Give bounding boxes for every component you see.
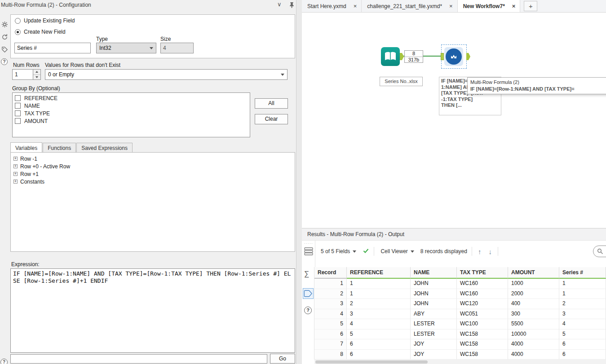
up-arrow-icon[interactable]: ↑: [477, 248, 483, 255]
input-tool-annotation[interactable]: Series No..xlsx: [380, 77, 423, 86]
scrollbar-thumb[interactable]: [315, 360, 428, 364]
expand-plus-icon[interactable]: +: [13, 164, 18, 168]
input-anchor[interactable]: [441, 53, 444, 60]
table-cell[interactable]: 1: [347, 279, 411, 289]
table-cell[interactable]: ABY: [411, 309, 457, 320]
table-cell[interactable]: 4000: [508, 350, 559, 360]
expand-plus-icon[interactable]: +: [13, 157, 18, 161]
checkbox-icon[interactable]: [15, 118, 21, 124]
workflow-tab[interactable]: New Workflow7*×: [458, 0, 521, 12]
table-cell[interactable]: 4000: [508, 339, 559, 350]
column-header[interactable]: Series #: [559, 267, 606, 279]
table-cell[interactable]: 5: [347, 329, 411, 340]
table-cell[interactable]: 2000: [508, 289, 559, 299]
type-dropdown[interactable]: Int32: [96, 43, 156, 53]
group-by-option[interactable]: NAME: [15, 102, 248, 110]
table-cell[interactable]: WC120: [457, 299, 508, 309]
expand-plus-icon[interactable]: +: [13, 172, 18, 176]
tab-variables[interactable]: Variables: [10, 142, 42, 153]
table-cell[interactable]: 2: [314, 289, 347, 299]
table-cell[interactable]: WC160: [457, 279, 508, 289]
tree-item[interactable]: +Row +0 - Active Row: [13, 162, 292, 170]
workflow-tab[interactable]: Start Here.yxmd×: [302, 0, 362, 12]
table-cell[interactable]: LESTER: [411, 319, 457, 329]
tree-item[interactable]: +Constants: [13, 178, 292, 185]
output-anchor[interactable]: [400, 53, 404, 60]
table-cell[interactable]: 7: [314, 339, 347, 350]
fields-dropdown[interactable]: 5 of 5 Fields: [319, 247, 358, 255]
search-box[interactable]: [593, 246, 606, 257]
workflow-tab[interactable]: challenge_221_start_file.yxmd*×: [362, 0, 457, 12]
refresh-icon[interactable]: [1, 33, 9, 41]
table-cell[interactable]: 6: [347, 339, 411, 350]
table-cell[interactable]: WC158: [457, 350, 508, 360]
sum-icon[interactable]: ∑: [304, 270, 309, 278]
column-header[interactable]: TAX TYPE: [457, 267, 508, 279]
new-workflow-tab-button[interactable]: +: [524, 1, 537, 11]
horizontal-scrollbar[interactable]: [314, 360, 606, 364]
table-cell[interactable]: 6: [347, 350, 411, 360]
input-data-tool[interactable]: [381, 47, 400, 66]
expand-plus-icon[interactable]: +: [13, 180, 18, 184]
table-cell[interactable]: 5: [559, 329, 606, 340]
group-by-list[interactable]: REFERENCENAMETAX TYPEAMOUNT: [12, 92, 250, 137]
create-new-field-radio[interactable]: Create New Field: [15, 29, 66, 35]
table-cell[interactable]: 6: [559, 339, 606, 350]
table-cell[interactable]: 300: [508, 309, 559, 320]
group-by-option[interactable]: REFERENCE: [15, 94, 248, 102]
expression-editor[interactable]: IF [NAME]=[Row-1:NAME] AND [TAX TYPE]=[R…: [10, 268, 295, 353]
close-tab-icon[interactable]: ×: [512, 3, 516, 9]
num-rows-stepper[interactable]: 1: [12, 69, 41, 80]
table-cell[interactable]: 1: [314, 279, 347, 289]
annotation-tag-icon[interactable]: [1, 46, 9, 53]
close-tab-icon[interactable]: ×: [449, 3, 453, 9]
go-button[interactable]: Go: [270, 354, 295, 364]
table-cell[interactable]: 3: [347, 309, 411, 320]
checkbox-icon[interactable]: [15, 103, 21, 109]
down-arrow-icon[interactable]: ↓: [487, 248, 493, 255]
table-cell[interactable]: 3: [559, 309, 606, 320]
checkbox-icon[interactable]: [15, 95, 21, 101]
tab-functions[interactable]: Functions: [43, 143, 76, 153]
table-cell[interactable]: 2: [559, 299, 606, 309]
table-cell[interactable]: 8: [314, 350, 347, 360]
column-header[interactable]: AMOUNT: [508, 267, 559, 279]
column-header[interactable]: NAME: [411, 267, 457, 279]
drag-grip-icon[interactable]: ·····: [303, 241, 314, 246]
table-cell[interactable]: WC160: [457, 289, 508, 299]
values-for-rows-dropdown[interactable]: 0 or Empty: [45, 69, 288, 80]
table-cell[interactable]: 6: [314, 329, 347, 340]
tree-item[interactable]: +Row -1: [13, 155, 292, 162]
new-field-name-input[interactable]: Series #: [14, 43, 91, 53]
settings-gear-icon[interactable]: [1, 21, 9, 28]
size-input[interactable]: 4: [160, 43, 194, 53]
table-cell[interactable]: WC100: [457, 319, 508, 329]
table-cell[interactable]: 4: [559, 319, 606, 329]
help-icon[interactable]: ?: [1, 58, 8, 65]
table-cell[interactable]: 4: [347, 319, 411, 329]
table-cell[interactable]: 1: [559, 289, 606, 299]
table-cell[interactable]: JOHN: [411, 299, 457, 309]
help-icon[interactable]: ?: [304, 307, 312, 314]
table-cell[interactable]: JOY: [411, 339, 457, 350]
data-view-icon[interactable]: [303, 288, 314, 299]
close-tab-icon[interactable]: ×: [354, 3, 357, 9]
table-cell[interactable]: 1000: [508, 279, 559, 289]
stepper-down-button[interactable]: [33, 75, 40, 80]
table-cell[interactable]: 1: [559, 279, 606, 289]
layout-rows-icon[interactable]: [304, 247, 313, 255]
group-by-option[interactable]: TAX TYPE: [15, 110, 248, 117]
chevron-down-icon[interactable]: ∨: [277, 1, 282, 8]
table-cell[interactable]: 400: [508, 299, 559, 309]
checkbox-icon[interactable]: [15, 110, 21, 116]
tree-item[interactable]: +Row +1: [13, 170, 292, 178]
pin-icon[interactable]: [289, 2, 295, 8]
table-cell[interactable]: 1: [347, 289, 411, 299]
table-cell[interactable]: 5500: [508, 319, 559, 329]
group-by-option[interactable]: AMOUNT: [15, 117, 248, 125]
column-header[interactable]: Record: [314, 267, 347, 279]
table-cell[interactable]: 4: [314, 309, 347, 320]
test-value-input[interactable]: [10, 354, 267, 364]
clear-button[interactable]: Clear: [255, 114, 288, 124]
column-header[interactable]: REFERENCE: [347, 267, 411, 279]
